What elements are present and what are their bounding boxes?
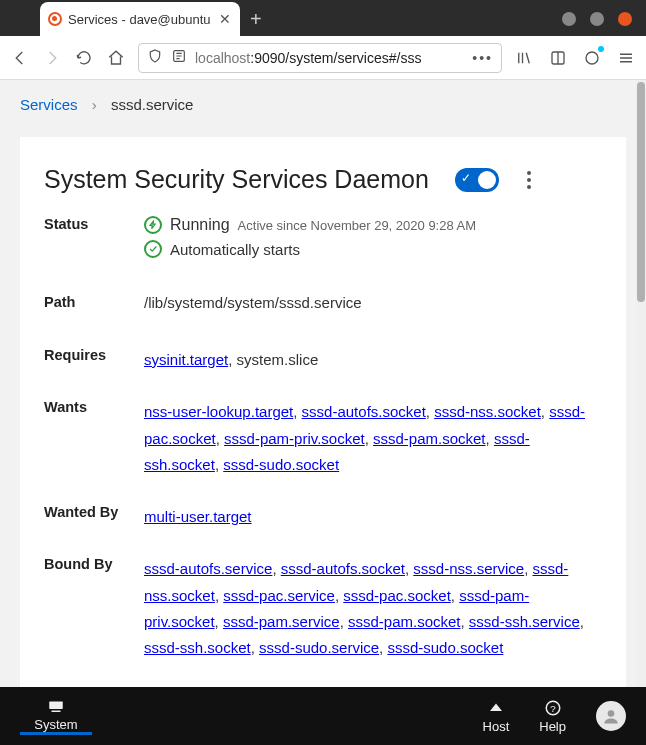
scrollbar-track[interactable]: [636, 80, 646, 687]
chevron-right-icon: ›: [92, 96, 97, 113]
reload-button[interactable]: [74, 48, 94, 68]
dependency-link[interactable]: sssd-autofs.socket: [302, 403, 426, 420]
svg-point-7: [608, 710, 615, 717]
home-button[interactable]: [106, 48, 126, 68]
nav-help[interactable]: ? Help: [539, 699, 566, 734]
running-icon: [144, 216, 162, 234]
wants-label: Wants: [44, 399, 144, 478]
nav-system[interactable]: System: [34, 697, 77, 732]
new-tab-button[interactable]: +: [240, 2, 272, 36]
dependency-link[interactable]: sssd-ssh.socket: [144, 639, 251, 656]
dependency-link[interactable]: sssd-pac.service: [223, 587, 335, 604]
status-autostart: Automatically starts: [170, 241, 300, 258]
page-viewport: Services › sssd.service System Security …: [0, 80, 646, 687]
dependency-link[interactable]: sssd-pac.socket: [343, 587, 451, 604]
dependency-link[interactable]: sysinit.target: [144, 351, 228, 368]
window-close-button[interactable]: [618, 12, 632, 26]
favicon-icon: [48, 12, 62, 26]
dependency-link[interactable]: sssd-ssh.service: [469, 613, 580, 630]
window-maximize-button[interactable]: [590, 12, 604, 26]
nav-system-label: System: [34, 717, 77, 732]
dependency-link[interactable]: sssd-pam.socket: [373, 430, 486, 447]
dependency-link[interactable]: sssd-nss.service: [413, 560, 524, 577]
autostart-icon: [144, 240, 162, 258]
breadcrumb-current: sssd.service: [111, 96, 194, 113]
svg-point-2: [586, 52, 598, 64]
nav-host-label: Host: [483, 719, 510, 734]
tab-bar: Services - dave@ubuntu ✕ +: [0, 0, 646, 36]
service-enable-toggle[interactable]: ✓: [455, 168, 499, 192]
wanted-by-label: Wanted By: [44, 504, 144, 530]
dependency-link[interactable]: sssd-autofs.socket: [281, 560, 405, 577]
requires-list: sysinit.target, system.slice: [144, 347, 602, 373]
user-avatar[interactable]: [596, 701, 626, 731]
dependency-link[interactable]: sssd-sudo.socket: [223, 456, 339, 473]
nav-help-label: Help: [539, 719, 566, 734]
path-value: /lib/systemd/system/sssd.service: [144, 294, 602, 311]
dependency-link[interactable]: sssd-autofs.service: [144, 560, 272, 577]
dependency-link[interactable]: nss-user-lookup.target: [144, 403, 293, 420]
path-label: Path: [44, 294, 144, 311]
cockpit-bottom-bar: System Host ? Help: [0, 687, 646, 745]
account-icon[interactable]: [582, 48, 602, 68]
browser-tab[interactable]: Services - dave@ubuntu ✕: [40, 2, 240, 36]
dependency-link[interactable]: sssd-nss.socket: [434, 403, 541, 420]
menu-icon[interactable]: [616, 48, 636, 68]
scrollbar-thumb[interactable]: [637, 82, 645, 302]
wants-list: nss-user-lookup.target, sssd-autofs.sock…: [144, 399, 602, 478]
dependency-link: system.slice: [237, 351, 319, 368]
service-card: System Security Services Daemon ✓ Status…: [20, 137, 626, 687]
svg-rect-3: [49, 702, 63, 710]
back-button[interactable]: [10, 48, 30, 68]
breadcrumb: Services › sssd.service: [0, 80, 646, 129]
reader-icon[interactable]: [548, 48, 568, 68]
svg-rect-4: [52, 711, 61, 713]
address-bar[interactable]: localhost:9090/system/services#/sss •••: [138, 43, 502, 73]
tab-title: Services - dave@ubuntu: [68, 12, 212, 27]
address-host: localhost:9090/system/services#/sss: [195, 50, 421, 66]
wanted-by-list: multi-user.target: [144, 504, 602, 530]
window-minimize-button[interactable]: [562, 12, 576, 26]
dependency-link[interactable]: sssd-pam.socket: [348, 613, 461, 630]
service-actions-menu[interactable]: [519, 171, 539, 189]
browser-toolbar: localhost:9090/system/services#/sss •••: [0, 36, 646, 80]
site-info-icon[interactable]: [171, 48, 187, 67]
dependency-link[interactable]: sssd-pam-priv.socket: [224, 430, 365, 447]
page-title: System Security Services Daemon: [44, 165, 429, 194]
status-label: Status: [44, 216, 144, 258]
close-tab-icon[interactable]: ✕: [218, 12, 232, 26]
dependency-link[interactable]: sssd-sudo.service: [259, 639, 379, 656]
bound-by-label: Bound By: [44, 556, 144, 661]
nav-host[interactable]: Host: [483, 699, 510, 734]
breadcrumb-root[interactable]: Services: [20, 96, 78, 113]
bound-by-list: sssd-autofs.service, sssd-autofs.socket,…: [144, 556, 602, 661]
shield-icon[interactable]: [147, 48, 163, 67]
svg-text:?: ?: [550, 702, 556, 713]
nav-underline: [20, 732, 92, 735]
status-running: Running: [170, 216, 230, 234]
status-since: Active since November 29, 2020 9:28 AM: [238, 218, 476, 233]
page-actions-icon[interactable]: •••: [472, 50, 493, 66]
dependency-link[interactable]: sssd-pam.service: [223, 613, 340, 630]
library-icon[interactable]: [514, 48, 534, 68]
dependency-link[interactable]: multi-user.target: [144, 508, 252, 525]
requires-label: Requires: [44, 347, 144, 373]
forward-button: [42, 48, 62, 68]
dependency-link[interactable]: sssd-sudo.socket: [387, 639, 503, 656]
